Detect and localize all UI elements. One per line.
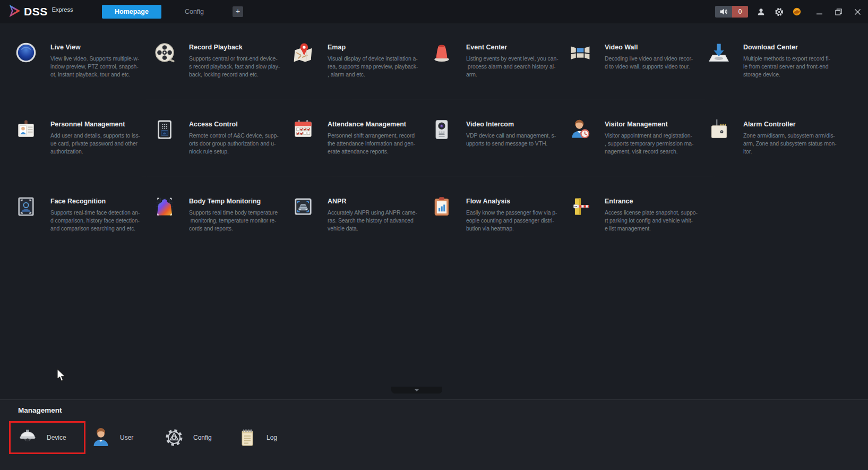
add-tab-button[interactable]: + — [233, 6, 243, 17]
access-control-icon — [153, 118, 176, 141]
app-tile-entrance[interactable]: Entrance Access license plate snapshot, … — [565, 194, 703, 271]
app-tile-emap[interactable]: Emap Visual display of device installati… — [288, 40, 426, 117]
speaker-icon[interactable] — [715, 6, 732, 18]
live-view-icon — [14, 41, 38, 64]
app-tile-attendance-management[interactable]: Attendance Management Personnel shift ar… — [288, 117, 426, 194]
tile-description: View live video. Supports multiple-w- in… — [50, 55, 149, 79]
tile-title: Entrance — [605, 198, 703, 205]
management-item-log[interactable]: Log — [230, 423, 304, 452]
app-tile-live-view[interactable]: Live View View live video. Supports mult… — [11, 40, 149, 117]
app-tile-record-playback[interactable]: Record Playback Supports central or fron… — [149, 40, 288, 117]
record-playback-icon — [153, 41, 176, 64]
tile-description: Listing events by event level, you can- … — [466, 55, 565, 79]
management-item-label: Device — [47, 434, 66, 441]
tile-title: Visitor Management — [605, 121, 703, 128]
main-tabs: Homepage Config + — [102, 5, 243, 19]
chevron-down-icon — [415, 389, 419, 391]
app-tile-face-recognition[interactable]: Face Recognition Supports real-time face… — [11, 194, 149, 271]
tile-description: Personnel shift arrangement, record the … — [328, 132, 426, 156]
app-tile-personnel-management[interactable]: Personnel Management Add user and detail… — [11, 117, 149, 194]
management-panel: Management Device User Config Log — [0, 399, 868, 470]
tile-description: Decoding live video and video recor- d t… — [605, 55, 703, 71]
tile-description: VDP device call and management, s- uppor… — [466, 132, 565, 148]
tile-description: Visual display of device installation a-… — [328, 55, 426, 79]
tile-description: Supports central or front-end device- s … — [189, 55, 288, 79]
brand-suffix: Express — [52, 6, 73, 13]
restore-icon[interactable] — [833, 6, 844, 17]
tile-title: Alarm Controller — [743, 121, 842, 128]
brand-swirl-icon[interactable] — [792, 6, 802, 17]
titlebar-actions: 0 — [715, 6, 863, 18]
entrance-icon — [569, 195, 592, 218]
alarm-count-badge[interactable]: 0 — [732, 6, 748, 18]
management-items: Device User Config Log — [11, 423, 868, 452]
homepage-main: Live View View live video. Supports mult… — [0, 23, 868, 399]
tab-homepage[interactable]: Homepage — [102, 5, 161, 19]
emap-icon — [291, 41, 315, 64]
tile-title: Emap — [328, 44, 426, 51]
panel-collapse-handle[interactable] — [391, 387, 442, 394]
management-item-label: Log — [267, 434, 277, 441]
tile-description: Access license plate snapshot, suppo- rt… — [605, 209, 703, 233]
tile-title: Live View — [50, 44, 149, 51]
management-item-device[interactable]: Device — [11, 423, 84, 452]
close-icon[interactable] — [852, 6, 863, 17]
titlebar: DSS Express Homepage Config + 0 — [0, 0, 868, 23]
user-icon — [90, 427, 111, 448]
device-icon — [17, 427, 38, 448]
management-item-user[interactable]: User — [84, 423, 157, 452]
app-tile-visitor-management[interactable]: Visitor Management Visitor appointment a… — [565, 117, 703, 194]
app-tile-video-intercom[interactable]: Video Intercom VDP device call and manag… — [426, 117, 565, 194]
personnel-management-icon — [14, 118, 38, 141]
tab-config[interactable]: Config — [179, 5, 209, 19]
event-center-icon — [430, 41, 453, 64]
app-tile-access-control[interactable]: Access Control Remote control of A&C dev… — [149, 117, 288, 194]
app-tile-download-center[interactable]: Download Center Multiple methods to expo… — [703, 40, 842, 117]
tile-description: Supports real-time face detection an- d … — [50, 209, 149, 233]
row-divider — [16, 99, 841, 99]
tile-description: Easily know the passenger flow via p- eo… — [466, 209, 565, 233]
body-temp-monitoring-icon — [153, 195, 176, 218]
app-tile-video-wall[interactable]: Video Wall Decoding live video and video… — [565, 40, 703, 117]
tile-title: Face Recognition — [50, 198, 149, 205]
tile-title: Event Center — [466, 44, 565, 51]
window-controls — [814, 6, 863, 17]
tile-title: Record Playback — [189, 44, 288, 51]
app-tile-flow-analysis[interactable]: Flow Analysis Easily know the passenger … — [426, 194, 565, 271]
app-tile-alarm-controller[interactable]: Alarm Controller Zone arm/disarm, subsys… — [703, 117, 842, 194]
tile-title: Body Temp Monitoring — [189, 198, 288, 205]
app-logo: DSS Express — [7, 4, 87, 20]
app-tiles: Live View View live video. Supports mult… — [0, 23, 868, 271]
tile-title: Video Wall — [605, 44, 703, 51]
config-icon — [164, 427, 185, 448]
settings-gear-icon[interactable] — [774, 6, 784, 17]
tile-description: Add user and details, supports to iss- u… — [50, 132, 149, 156]
tile-description: Multiple methods to export record fi- le… — [743, 55, 842, 79]
tile-title: ANPR — [328, 198, 426, 205]
management-item-config[interactable]: Config — [157, 423, 230, 452]
video-wall-icon — [569, 41, 592, 64]
management-item-label: Config — [193, 434, 212, 441]
user-account-icon[interactable] — [755, 6, 766, 17]
tile-title: Download Center — [743, 44, 842, 51]
app-tile-event-center[interactable]: Event Center Listing events by event lev… — [426, 40, 565, 117]
tile-title: Access Control — [189, 121, 288, 128]
face-recognition-icon — [14, 195, 38, 218]
visitor-management-icon — [569, 118, 592, 141]
brand-name: DSS — [24, 5, 48, 18]
alarm-sound-group: 0 — [715, 6, 748, 18]
minimize-icon[interactable] — [814, 6, 824, 17]
tile-title: Video Intercom — [466, 121, 565, 128]
app-tile-anpr[interactable]: ANPR Accurately ANPR using ANPR came- ra… — [288, 194, 426, 271]
video-intercom-icon — [430, 118, 453, 141]
tile-title: Flow Analysis — [466, 198, 565, 205]
tile-title: Attendance Management — [328, 121, 426, 128]
app-tile-body-temp-monitoring[interactable]: Body Temp Monitoring Supports real time … — [149, 194, 288, 271]
dss-logo-icon — [7, 4, 22, 20]
tile-title: Personnel Management — [50, 121, 149, 128]
download-center-icon — [707, 41, 731, 64]
row-divider — [16, 176, 841, 176]
management-item-label: User — [120, 434, 133, 441]
flow-analysis-icon — [430, 195, 453, 218]
attendance-management-icon — [291, 118, 315, 141]
